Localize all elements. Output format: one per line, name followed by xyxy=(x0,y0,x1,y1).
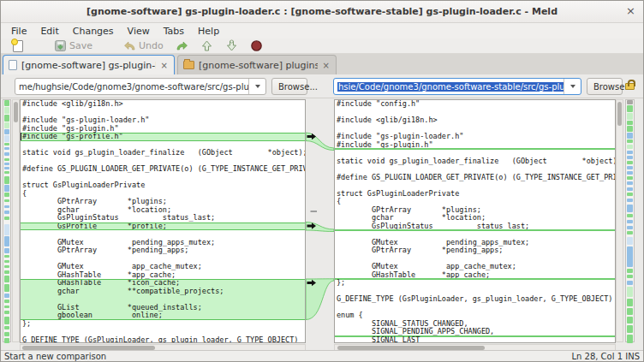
diff-map-block xyxy=(627,205,633,212)
left-file-combobox[interactable]: me/hughsie/Code/gnome3/gnome-software/sr… xyxy=(15,78,266,95)
tab-close-button[interactable]: × xyxy=(160,61,169,70)
diff-map-block xyxy=(627,308,633,315)
diff-map-block xyxy=(4,171,9,174)
diff-map-block xyxy=(4,115,9,122)
right-pane-vscrollbar[interactable] xyxy=(616,99,623,342)
code-line: #define GS_PLUGIN_LOADER_GET_PRIVATE(o) … xyxy=(21,165,305,174)
window-close-button[interactable]: × xyxy=(626,4,635,18)
diff-map-block xyxy=(4,211,9,214)
cursor-position: Ln 28, Col 1 INS xyxy=(571,352,640,361)
diff-chunk-link xyxy=(306,279,334,320)
diff-map-block xyxy=(4,317,9,324)
delete-chunk-button[interactable] xyxy=(311,211,318,212)
code-line: #define GS_PLUGIN_LOADER_GET_PRIVATE(o) … xyxy=(335,174,615,182)
code-line: struct GsPluginLoaderPrivate xyxy=(335,190,615,199)
code-line: G_DEFINE_TYPE (GsPluginLoader, gs_plugin… xyxy=(21,336,305,344)
left-pane-vscrollbar[interactable] xyxy=(12,99,20,342)
diff-map-block xyxy=(4,152,9,156)
tab-close-button[interactable]: × xyxy=(322,61,331,70)
tab-plugins[interactable]: [gnome-software] plugins : [gnome-soft × xyxy=(177,55,337,74)
right-file-dropdown-button[interactable] xyxy=(564,79,581,94)
meld-window: [gnome-software] gs-plugin-loader.c : [g… xyxy=(0,0,644,362)
code-line: SIGNAL_LAST xyxy=(335,336,615,344)
code-line: #include <glib/gi18n.h> xyxy=(21,100,305,109)
diff-map-block xyxy=(627,187,633,191)
diff-map-block xyxy=(4,129,9,134)
diff-map-right[interactable] xyxy=(625,99,635,342)
diff-map-block xyxy=(627,214,633,217)
code-line: GPtrArray *pending_apps; xyxy=(21,246,305,255)
diff-map-block xyxy=(4,248,9,253)
file-diff-icon xyxy=(9,60,17,70)
diff-map-block xyxy=(4,332,9,336)
diff-map-block xyxy=(4,122,9,128)
diff-map-block xyxy=(627,176,633,180)
code-line: static void gs_plugin_loader_finalize (G… xyxy=(21,149,305,157)
diff-map-block xyxy=(4,276,9,282)
save-label: Save xyxy=(69,40,92,51)
left-file-dropdown-button[interactable] xyxy=(248,79,265,94)
diff-map-block xyxy=(4,326,9,329)
redo-button[interactable] xyxy=(172,39,192,54)
tab-bar: [gnome-software] gs-plugin-loader.c : [g… xyxy=(1,54,643,74)
left-browse-button[interactable]: Browse... xyxy=(271,78,307,95)
diff-map-block xyxy=(627,220,633,223)
chevron-down-icon xyxy=(255,85,260,88)
diff-map-block xyxy=(4,143,9,145)
code-line: static void gs_plugin_loader_finalize (G… xyxy=(335,157,615,166)
right-browse-button[interactable]: Browse... xyxy=(587,78,623,95)
diff-map-block xyxy=(4,100,9,106)
diff-map-block xyxy=(4,224,9,235)
diff-map-block xyxy=(627,237,633,245)
diff-map-block xyxy=(627,193,633,196)
next-change-button[interactable] xyxy=(222,39,242,54)
diff-map-block xyxy=(4,176,9,184)
diff-map-block xyxy=(627,317,633,323)
stop-button[interactable] xyxy=(247,39,266,54)
new-document-icon xyxy=(13,40,23,52)
arrow-up-icon xyxy=(200,39,213,52)
undo-button[interactable]: Undo xyxy=(120,39,167,54)
code-line: }; xyxy=(335,279,615,288)
diff-map-block xyxy=(4,284,9,292)
previous-change-button[interactable] xyxy=(197,39,217,54)
diff-map-block xyxy=(627,246,633,267)
diff-map-block xyxy=(627,231,633,234)
diff-map-block xyxy=(627,171,633,175)
menu-help[interactable]: Help xyxy=(191,25,226,38)
menu-view[interactable]: View xyxy=(121,25,157,38)
diff-map-block xyxy=(4,217,9,220)
diff-chunk-link xyxy=(306,133,334,151)
diff-map-block xyxy=(627,199,633,202)
diff-pane-right[interactable]: #include "config.h"#include <glib/gi18n.… xyxy=(334,99,616,343)
stop-icon xyxy=(250,39,263,52)
diff-map-block xyxy=(627,226,633,229)
menu-file[interactable]: File xyxy=(4,25,33,38)
statusbar: Start a new comparison Ln 28, Col 1 INS xyxy=(1,350,643,361)
menu-tabs[interactable]: Tabs xyxy=(157,25,191,38)
diff-map-block xyxy=(4,260,9,263)
tab-gs-plugin-loader[interactable]: [gnome-software] gs-plugin-loader.c : [g… xyxy=(3,55,175,74)
diff-map-block xyxy=(4,147,9,150)
code-line: GsPluginStatus status_last; xyxy=(335,223,615,231)
left-pane-vscrollbar-thumb[interactable] xyxy=(14,102,18,122)
diff-map-left[interactable] xyxy=(3,99,11,342)
diff-map-block xyxy=(4,306,9,308)
save-button[interactable]: Save xyxy=(51,39,96,54)
right-file-combobox[interactable]: hsie/Code/gnome3/gnome-software-stable/s… xyxy=(333,78,581,95)
diff-map-block xyxy=(4,135,9,142)
menubar: FileEditChangesViewTabsHelp xyxy=(1,23,643,39)
undo-label: Undo xyxy=(139,40,164,51)
code-line: #include <glib/gi18n.h> xyxy=(335,116,615,125)
diff-map-block xyxy=(627,335,633,343)
menu-edit[interactable]: Edit xyxy=(33,25,65,38)
diff-area: #include <glib/gi18n.h>#include "gs-plug… xyxy=(1,98,643,352)
right-pane-vscrollbar-thumb[interactable] xyxy=(617,102,622,126)
code-line: GPtrArray *pending_apps; xyxy=(335,246,615,255)
diff-map-block xyxy=(627,113,633,120)
new-comparison-button[interactable] xyxy=(9,39,27,54)
left-file-path: me/hughsie/Code/gnome3/gnome-software/sr… xyxy=(15,82,248,92)
code-line: GHashTable *app_cache; xyxy=(335,271,615,280)
menu-changes[interactable]: Changes xyxy=(66,25,121,38)
diff-pane-left[interactable]: #include <glib/gi18n.h>#include "gs-plug… xyxy=(20,99,306,343)
